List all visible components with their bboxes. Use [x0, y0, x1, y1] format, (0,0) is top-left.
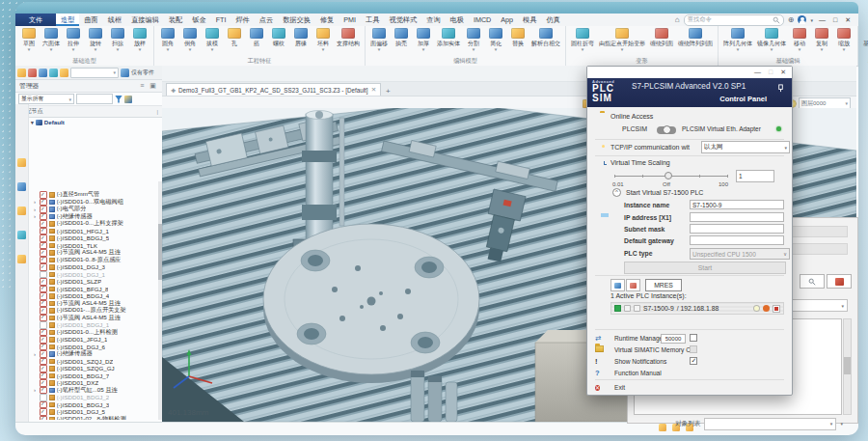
plc-instance-row[interactable]: S7-1500-9 / 192.168.1.88 [610, 302, 784, 315]
ribbon-button[interactable]: 分割▼ [463, 27, 484, 52]
dropdown-caret-icon[interactable]: ▼ [166, 48, 170, 51]
ribbon-button[interactable]: 扫掠▼ [107, 27, 128, 52]
ribbon-tab[interactable]: PMI [339, 14, 361, 26]
side-panel-scrollbar-thumb[interactable] [844, 357, 851, 374]
memory-card-checkbox[interactable] [690, 345, 697, 353]
ribbon-tab[interactable]: 焊件 [231, 14, 254, 26]
ribbon-button[interactable]: 抽壳▼ [391, 27, 412, 52]
ribbon-button[interactable]: 草图▼ [18, 27, 40, 52]
only-parts-icon[interactable] [121, 69, 129, 77]
ribbon-button[interactable]: 阵列几何体▼ [721, 27, 754, 52]
dropdown-caret-icon[interactable]: ▼ [820, 48, 824, 51]
instance-record-icon[interactable] [763, 305, 770, 312]
default-gateway-input[interactable] [690, 235, 784, 245]
ribbon-button[interactable]: 简化▼ [485, 27, 506, 52]
tree-root-row[interactable]: ▾ Default [15, 118, 162, 126]
tree-row[interactable]: › (-)ISDD01-0...双电磁阀组 [28, 199, 157, 207]
ribbon-tab[interactable]: 曲面 [79, 14, 102, 26]
side-panel-search-button[interactable] [800, 274, 825, 289]
dropdown-caret-icon[interactable]: ▼ [472, 48, 475, 51]
expand-arrow-icon[interactable]: › [34, 199, 38, 205]
manager-view-combo[interactable]: ▾ [70, 68, 119, 78]
dropdown-caret-icon[interactable]: ▼ [842, 48, 846, 51]
tree-row[interactable]: › (-)ISDD01_BDGJ_7 [28, 372, 157, 380]
ribbon-button[interactable]: 镜像几何体▼ [755, 27, 788, 52]
dropdown-caret-icon[interactable]: ▼ [377, 48, 381, 51]
manager-side-tab-icon[interactable] [17, 255, 26, 263]
command-search-input[interactable]: 查找命令 [684, 14, 784, 26]
notifications-checkbox[interactable] [690, 357, 697, 365]
runtime-port-checkbox[interactable] [690, 334, 697, 342]
ribbon-tab[interactable]: FTI [211, 14, 231, 26]
dropdown-caret-icon[interactable]: ▼ [188, 48, 192, 51]
filter-funnel-icon[interactable] [115, 96, 122, 103]
manager-tool-icon[interactable] [39, 69, 47, 77]
manager-side-tab-icon[interactable] [17, 207, 26, 215]
dropdown-caret-icon[interactable]: ▼ [770, 48, 773, 51]
app-titlebar[interactable] [15, 2, 858, 14]
manager-tool-icon[interactable] [28, 69, 37, 77]
ribbon-button[interactable]: 旋转▼ [85, 27, 106, 52]
plcsim-maximize-button[interactable]: □ [769, 69, 773, 76]
object-list-combo[interactable]: ▾ [704, 418, 836, 430]
tree-row[interactable]: › (-)ISDD01_DGJ_1 [28, 271, 157, 279]
root-expand-icon[interactable]: ▾ [31, 120, 34, 125]
dropdown-caret-icon[interactable]: ▼ [210, 48, 214, 51]
object-list-expand-icon[interactable]: ▾ [840, 421, 843, 427]
tree-row[interactable]: › (-)ISDD01-0..8-原点感应 [28, 257, 157, 264]
ribbon-button[interactable]: 放样▼ [129, 27, 150, 52]
expand-arrow-icon[interactable]: › [34, 387, 38, 393]
tree-row[interactable]: › (-)笔杆型气缸...05 且连 [28, 387, 157, 395]
manager-tool-icon[interactable] [60, 69, 68, 77]
filter-layers-icon[interactable] [124, 96, 132, 103]
ribbon-button[interactable]: 拔模▼ [202, 27, 223, 52]
ribbon-tab[interactable]: 数据交换 [278, 14, 315, 26]
dropdown-caret-icon[interactable]: ▼ [71, 48, 75, 51]
tree-row[interactable]: › (-)ISDD01-0...上料检测 [28, 329, 157, 337]
ribbon-tab[interactable]: 仿真 [541, 14, 564, 26]
manager-side-tab-icon[interactable] [17, 158, 26, 167]
stop-all-button[interactable] [626, 279, 640, 291]
tree-row[interactable]: › (-)ISDD01-02...8-物料检测 [28, 416, 157, 421]
tree-row[interactable]: › (-)ISDD01_DGJ_3 [28, 263, 157, 271]
ribbon-tab[interactable]: 查询 [421, 14, 445, 26]
side-panel-scrollbar[interactable] [843, 318, 852, 415]
avatar-dropdown-icon[interactable]: ▾ [810, 17, 813, 23]
ribbon-tab[interactable]: IMCD [469, 14, 496, 26]
tree-row[interactable]: › (-)节流阀 ASL4-M5 且连 [28, 315, 157, 322]
dropdown-caret-icon[interactable]: ▼ [581, 48, 584, 51]
expand-arrow-icon[interactable]: › [34, 207, 38, 212]
dropdown-caret-icon[interactable]: ▼ [321, 48, 325, 51]
ribbon-button[interactable]: 由指定点开始变形▼ [597, 27, 647, 52]
instance-stop-button[interactable] [773, 305, 780, 313]
dropdown-caret-icon[interactable]: ▼ [494, 48, 498, 51]
ribbon-button[interactable]: 拉伸▼ [63, 27, 84, 52]
plc-type-combo[interactable]: Unspecified CPU 1500∨ [690, 248, 790, 260]
status-icon[interactable] [659, 424, 666, 431]
time-scaling-slider[interactable] [614, 176, 728, 177]
dropdown-caret-icon[interactable]: ▼ [620, 48, 624, 51]
document-tab-close-icon[interactable]: ✕ [371, 86, 376, 94]
document-tab[interactable]: ✚ Demo3_Full3_GT_GB1_KP2_AC_SD_SS23_GJ11… [166, 83, 381, 96]
manager-side-tab-icon[interactable] [17, 182, 26, 191]
tree-row[interactable]: › (-)电气部分 [28, 206, 157, 213]
runtime-port-input[interactable]: 50000 [661, 334, 686, 344]
subnet-mask-input[interactable] [690, 224, 784, 234]
display-filter-combo[interactable]: 显示所有▾ [18, 94, 74, 104]
ip-address-input[interactable] [690, 212, 784, 222]
help-icon[interactable]: ⊕ [788, 15, 795, 24]
tree-row[interactable]: › (-)ISDD01-0...上料支撑架 [28, 220, 157, 228]
start-button[interactable]: Start [624, 262, 786, 274]
ribbon-tab[interactable]: 电极 [446, 14, 469, 26]
tree-row[interactable]: › (-)ISDD01_BDGJ_2 [28, 394, 157, 401]
manager-tool-icon[interactable] [49, 69, 58, 77]
ribbon-button[interactable]: 加厚▼ [413, 27, 434, 52]
tree-column-header[interactable]: 装配节点| [15, 106, 162, 118]
ribbon-tab[interactable]: 直接编辑 [126, 14, 164, 26]
app-close-button[interactable]: ✕ [843, 16, 853, 24]
ribbon-tab[interactable]: 线框 [103, 14, 126, 26]
tree-row[interactable]: › (-)ISDD01_SLZP [28, 278, 157, 286]
ribbon-button[interactable]: 缩放▼ [833, 27, 854, 52]
tree-row[interactable]: › (-)ISDD01_DGJ_6 [28, 344, 157, 351]
pause-all-button[interactable] [610, 279, 625, 291]
